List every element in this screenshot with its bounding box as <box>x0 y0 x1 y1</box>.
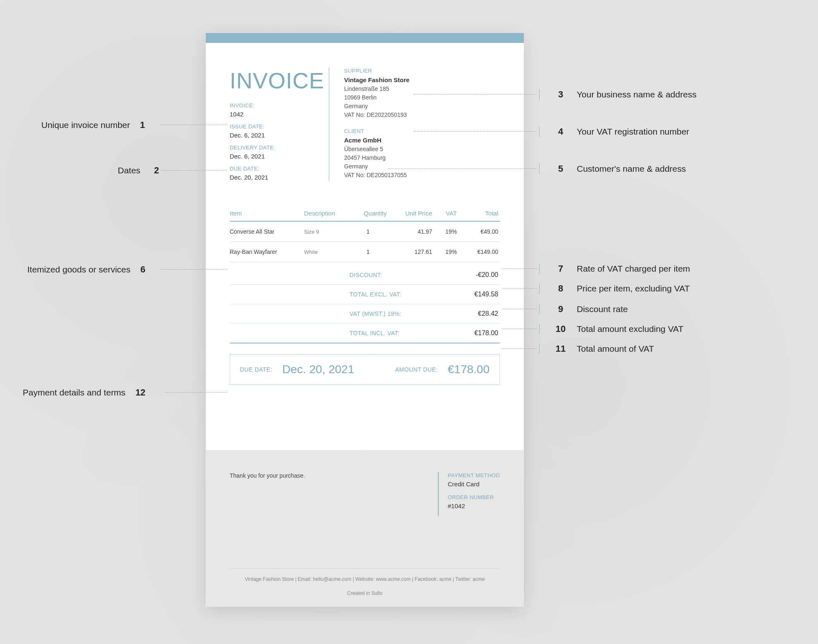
annotation-12: Payment details and terms12 <box>23 387 122 398</box>
client-line2: 20457 Hamburg <box>344 154 500 161</box>
annotation-3-text: Your business name & address <box>577 90 697 99</box>
invoice-footer: Thank you for your purchase. PAYMENT MET… <box>206 450 524 607</box>
leader-9 <box>502 309 537 309</box>
thank-you: Thank you for your purchase. <box>230 472 305 516</box>
annotation-11-text: Total amount of VAT <box>577 344 654 354</box>
item-name: Ray-Ban Wayfarer <box>230 249 304 255</box>
annotation-2-text: Dates <box>118 166 140 175</box>
annotation-1: Unique invoice number1 <box>41 120 140 130</box>
leader-10 <box>502 329 537 329</box>
due-date: Dec. 20, 2021 <box>230 174 329 181</box>
invoice-topbar <box>206 33 524 43</box>
invoice-card: INVOICE INVOICE: 1042 ISSUE DATE: Dec. 6… <box>206 33 524 607</box>
duebox-amount-label: AMOUNT DUE: <box>395 366 438 373</box>
item-qty: 1 <box>350 228 387 235</box>
client-line1: Überseeallee 5 <box>344 146 500 152</box>
item-desc: White <box>304 249 350 255</box>
client-name: Acme GmbH <box>344 137 500 144</box>
items-table: Item Description Quantity Unit Price VAT… <box>230 210 500 385</box>
duebox-date: Dec. 20, 2021 <box>282 363 354 376</box>
annotation-4: 4Your VAT registration number <box>539 126 689 137</box>
total-excl-value: €149.58 <box>432 291 498 298</box>
supplier-vat: VAT No: DE2022050193 <box>344 111 500 118</box>
supplier-name: Vintage Fashion Store <box>344 76 500 83</box>
stage: INVOICE INVOICE: 1042 ISSUE DATE: Dec. 6… <box>0 0 818 644</box>
leader-11 <box>502 348 537 349</box>
summary-block: DISCOUNT:-€20.00 TOTAL EXCL. VAT:€149.58… <box>230 265 500 343</box>
col-item: Item <box>230 210 304 217</box>
col-desc: Description <box>304 210 350 217</box>
annotation-8-text: Price per item, excluding VAT <box>577 284 690 294</box>
item-vat: 19% <box>432 249 457 255</box>
annotation-4-text: Your VAT registration number <box>577 127 689 137</box>
leader-3 <box>413 94 536 95</box>
annotation-11: 11Total amount of VAT <box>539 343 654 354</box>
payment-method-label: PAYMENT METHOD <box>448 472 500 478</box>
issue-date: Dec. 6, 2021 <box>230 132 329 139</box>
delivery-date: Dec. 6, 2021 <box>230 153 329 160</box>
supplier-line2: 10969 Berlin <box>344 94 500 101</box>
invoice-number: 1042 <box>230 111 329 118</box>
duebox-amount: €178.00 <box>448 363 490 376</box>
vat-total-value: €28.42 <box>432 310 498 317</box>
item-total: €49.00 <box>457 228 498 235</box>
total-incl-value: €178.00 <box>432 329 498 337</box>
annotation-10-text: Total amount excluding VAT <box>577 324 683 334</box>
col-qty: Quantity <box>350 210 387 217</box>
leader-12 <box>165 392 227 393</box>
annotation-5: 5Customer's name & address <box>539 163 686 174</box>
col-total: Total <box>457 210 498 217</box>
total-excl-label: TOTAL EXCL. VAT: <box>350 291 432 298</box>
leader-5 <box>388 168 536 169</box>
leader-1 <box>161 125 227 125</box>
leader-6 <box>161 269 227 270</box>
annotation-6: Itemized goods or services6 <box>27 264 126 275</box>
total-incl-label: TOTAL INCL. VAT: <box>350 330 432 336</box>
table-row: Ray-Ban Wayfarer White 1 127.61 19% €149… <box>230 242 500 262</box>
annotation-5-text: Customer's name & address <box>577 164 686 174</box>
payment-method: Credit Card <box>448 481 500 488</box>
vat-total-label: VAT (MWST.) 19%: <box>350 310 432 317</box>
item-unit: 127.61 <box>387 249 432 255</box>
leader-7 <box>502 268 537 269</box>
supplier-line1: Lindenstraße 185 <box>344 85 500 92</box>
annotation-7-text: Rate of VAT charged per item <box>577 264 690 274</box>
discount-label: DISCOUNT: <box>350 272 432 278</box>
invoice-number-label: INVOICE: <box>230 102 329 109</box>
col-vat: VAT <box>432 210 457 217</box>
annotation-7: 7Rate of VAT charged per item <box>539 263 690 274</box>
client-vat: VAT No: DE2050137055 <box>344 172 500 178</box>
leader-4 <box>413 131 536 132</box>
issue-date-label: ISSUE DATE: <box>230 123 329 130</box>
due-box: DUE DATE: Dec. 20, 2021 AMOUNT DUE: €178… <box>230 354 500 385</box>
annotation-12-text: Payment details and terms <box>23 388 126 398</box>
leader-8 <box>502 288 537 289</box>
order-number-label: ORDER NUMBER <box>448 494 500 500</box>
due-date-label: DUE DATE: <box>230 166 329 172</box>
annotation-6-text: Itemized goods or services <box>27 265 131 275</box>
contact-line: Vintage Fashion Store | Email: hello@acm… <box>230 568 500 582</box>
duebox-date-label: DUE DATE: <box>240 366 272 373</box>
annotation-9: 9Discount rate <box>539 304 628 315</box>
order-number: #1042 <box>448 502 500 509</box>
annotation-10: 10Total amount excluding VAT <box>539 324 683 334</box>
invoice-title: INVOICE <box>230 68 329 93</box>
table-row: Converse All Star Size 9 1 41.97 19% €49… <box>230 222 500 242</box>
item-desc: Size 9 <box>304 229 350 235</box>
supplier-country: Germany <box>344 103 500 109</box>
annotation-1-text: Unique invoice number <box>41 120 130 130</box>
discount-value: -€20.00 <box>432 271 498 279</box>
item-vat: 19% <box>432 228 457 235</box>
supplier-heading: SUPPLIER <box>344 68 500 74</box>
leader-2 <box>161 170 227 170</box>
created-in: Created in Sufio <box>206 590 524 596</box>
annotation-3: 3Your business name & address <box>539 89 697 100</box>
annotation-2: Dates2 <box>118 165 217 176</box>
annotation-9-text: Discount rate <box>577 304 628 314</box>
item-total: €149.00 <box>457 249 498 255</box>
item-qty: 1 <box>350 249 387 255</box>
annotation-8: 8Price per item, excluding VAT <box>539 283 690 294</box>
item-name: Converse All Star <box>230 228 304 235</box>
delivery-date-label: DELIVERY DATE: <box>230 144 329 151</box>
payment-block: PAYMENT METHOD Credit Card ORDER NUMBER … <box>438 472 500 516</box>
